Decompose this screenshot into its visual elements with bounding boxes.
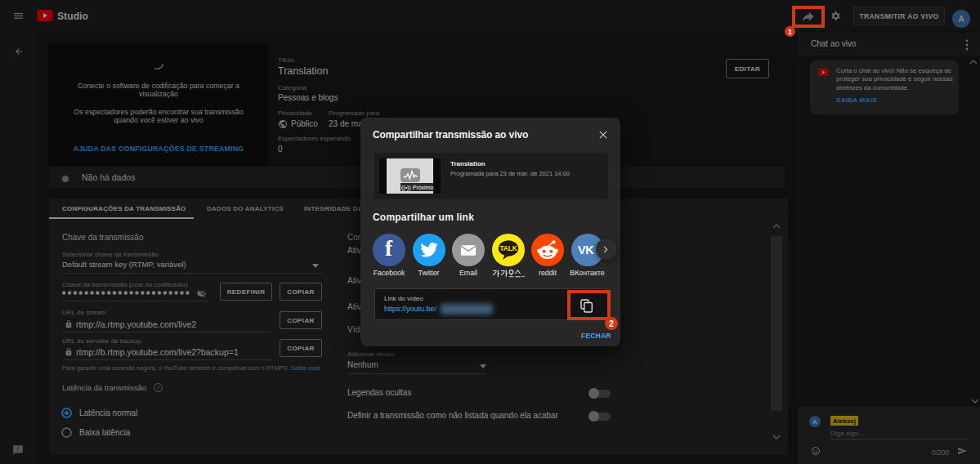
- svg-text:TALK: TALK: [499, 245, 517, 252]
